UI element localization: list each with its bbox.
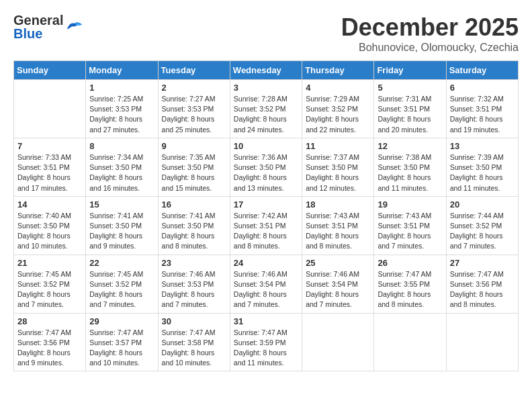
day-info: Sunrise: 7:40 AM Sunset: 3:50 PM Dayligh… <box>17 211 82 252</box>
day-info: Sunrise: 7:33 AM Sunset: 3:51 PM Dayligh… <box>17 152 82 193</box>
calendar-cell: 17Sunrise: 7:42 AM Sunset: 3:51 PM Dayli… <box>230 196 302 255</box>
day-info: Sunrise: 7:25 AM Sunset: 3:53 PM Dayligh… <box>89 94 154 135</box>
calendar-week-row: 14Sunrise: 7:40 AM Sunset: 3:50 PM Dayli… <box>14 196 519 255</box>
calendar-week-row: 28Sunrise: 7:47 AM Sunset: 3:56 PM Dayli… <box>14 313 519 371</box>
day-info: Sunrise: 7:47 AM Sunset: 3:55 PM Dayligh… <box>378 269 442 310</box>
calendar-cell: 27Sunrise: 7:47 AM Sunset: 3:56 PM Dayli… <box>446 255 518 313</box>
day-number: 26 <box>378 258 442 268</box>
day-number: 19 <box>378 199 442 210</box>
calendar-cell: 16Sunrise: 7:41 AM Sunset: 3:50 PM Dayli… <box>158 196 230 255</box>
calendar-cell: 18Sunrise: 7:43 AM Sunset: 3:51 PM Dayli… <box>302 196 374 255</box>
day-info: Sunrise: 7:38 AM Sunset: 3:50 PM Dayligh… <box>378 152 442 193</box>
calendar-cell: 9Sunrise: 7:35 AM Sunset: 3:50 PM Daylig… <box>158 138 230 196</box>
day-info: Sunrise: 7:44 AM Sunset: 3:52 PM Dayligh… <box>450 211 515 252</box>
calendar-cell: 20Sunrise: 7:44 AM Sunset: 3:52 PM Dayli… <box>446 196 518 255</box>
day-number: 24 <box>234 258 298 268</box>
day-number: 3 <box>234 83 298 93</box>
day-number: 29 <box>89 316 154 326</box>
day-info: Sunrise: 7:46 AM Sunset: 3:53 PM Dayligh… <box>162 269 226 310</box>
day-number: 20 <box>450 199 515 210</box>
day-number: 31 <box>234 316 298 326</box>
day-info: Sunrise: 7:45 AM Sunset: 3:52 PM Dayligh… <box>89 269 154 310</box>
logo-bird-icon <box>64 19 85 35</box>
calendar-cell: 28Sunrise: 7:47 AM Sunset: 3:56 PM Dayli… <box>14 313 86 371</box>
column-header-thursday: Thursday <box>302 61 374 80</box>
day-number: 11 <box>306 141 370 151</box>
day-number: 5 <box>378 83 442 93</box>
calendar-cell <box>446 313 518 371</box>
day-info: Sunrise: 7:46 AM Sunset: 3:54 PM Dayligh… <box>306 269 370 310</box>
calendar-cell: 30Sunrise: 7:47 AM Sunset: 3:58 PM Dayli… <box>158 313 230 371</box>
day-number: 15 <box>89 199 154 210</box>
calendar-cell: 31Sunrise: 7:47 AM Sunset: 3:59 PM Dayli… <box>230 313 302 371</box>
calendar-cell: 25Sunrise: 7:46 AM Sunset: 3:54 PM Dayli… <box>302 255 374 313</box>
calendar-week-row: 21Sunrise: 7:45 AM Sunset: 3:52 PM Dayli… <box>14 255 519 313</box>
calendar-cell: 3Sunrise: 7:28 AM Sunset: 3:52 PM Daylig… <box>230 80 302 138</box>
calendar-cell: 2Sunrise: 7:27 AM Sunset: 3:53 PM Daylig… <box>158 80 230 138</box>
day-number: 10 <box>234 141 298 151</box>
day-number: 16 <box>162 199 226 210</box>
calendar-cell <box>302 313 374 371</box>
calendar-cell: 29Sunrise: 7:47 AM Sunset: 3:57 PM Dayli… <box>86 313 158 371</box>
calendar-cell <box>14 80 86 138</box>
calendar-cell: 8Sunrise: 7:34 AM Sunset: 3:50 PM Daylig… <box>86 138 158 196</box>
day-number: 12 <box>378 141 442 151</box>
calendar-cell: 19Sunrise: 7:43 AM Sunset: 3:51 PM Dayli… <box>374 196 446 255</box>
column-header-tuesday: Tuesday <box>158 61 230 80</box>
calendar-cell: 26Sunrise: 7:47 AM Sunset: 3:55 PM Dayli… <box>374 255 446 313</box>
day-number: 22 <box>89 258 154 268</box>
day-number: 18 <box>306 199 370 210</box>
day-info: Sunrise: 7:47 AM Sunset: 3:56 PM Dayligh… <box>450 269 515 310</box>
day-info: Sunrise: 7:43 AM Sunset: 3:51 PM Dayligh… <box>306 211 370 252</box>
calendar-cell: 4Sunrise: 7:29 AM Sunset: 3:52 PM Daylig… <box>302 80 374 138</box>
column-header-monday: Monday <box>86 61 158 80</box>
day-info: Sunrise: 7:31 AM Sunset: 3:51 PM Dayligh… <box>378 94 442 135</box>
calendar-week-row: 7Sunrise: 7:33 AM Sunset: 3:51 PM Daylig… <box>14 138 519 196</box>
day-info: Sunrise: 7:45 AM Sunset: 3:52 PM Dayligh… <box>17 269 82 310</box>
day-number: 6 <box>450 83 515 93</box>
day-info: Sunrise: 7:39 AM Sunset: 3:50 PM Dayligh… <box>450 152 515 193</box>
day-number: 7 <box>17 141 82 151</box>
day-info: Sunrise: 7:29 AM Sunset: 3:52 PM Dayligh… <box>306 94 370 135</box>
column-header-sunday: Sunday <box>14 61 86 80</box>
day-number: 9 <box>162 141 226 151</box>
month-title: December 2025 <box>341 13 519 42</box>
day-info: Sunrise: 7:42 AM Sunset: 3:51 PM Dayligh… <box>234 211 298 252</box>
page-header: General Blue December 2025 Bohunovice, O… <box>13 13 519 54</box>
calendar-cell: 6Sunrise: 7:32 AM Sunset: 3:51 PM Daylig… <box>446 80 518 138</box>
logo-blue-text: Blue <box>13 27 63 40</box>
day-info: Sunrise: 7:41 AM Sunset: 3:50 PM Dayligh… <box>89 211 154 252</box>
day-number: 21 <box>17 258 82 268</box>
calendar-table: SundayMondayTuesdayWednesdayThursdayFrid… <box>13 60 519 371</box>
calendar-cell: 22Sunrise: 7:45 AM Sunset: 3:52 PM Dayli… <box>86 255 158 313</box>
calendar-week-row: 1Sunrise: 7:25 AM Sunset: 3:53 PM Daylig… <box>14 80 519 138</box>
day-number: 17 <box>234 199 298 210</box>
day-number: 2 <box>162 83 226 93</box>
day-info: Sunrise: 7:37 AM Sunset: 3:50 PM Dayligh… <box>306 152 370 193</box>
day-info: Sunrise: 7:28 AM Sunset: 3:52 PM Dayligh… <box>234 94 298 135</box>
logo-general-text: General <box>13 13 63 27</box>
logo-name: General Blue <box>13 13 63 40</box>
day-info: Sunrise: 7:36 AM Sunset: 3:50 PM Dayligh… <box>234 152 298 193</box>
day-info: Sunrise: 7:47 AM Sunset: 3:59 PM Dayligh… <box>234 328 298 369</box>
calendar-cell <box>374 313 446 371</box>
calendar-cell: 13Sunrise: 7:39 AM Sunset: 3:50 PM Dayli… <box>446 138 518 196</box>
day-number: 1 <box>89 83 154 93</box>
day-info: Sunrise: 7:41 AM Sunset: 3:50 PM Dayligh… <box>162 211 226 252</box>
calendar-header-row: SundayMondayTuesdayWednesdayThursdayFrid… <box>14 61 519 80</box>
column-header-saturday: Saturday <box>446 61 518 80</box>
day-number: 8 <box>89 141 154 151</box>
day-info: Sunrise: 7:46 AM Sunset: 3:54 PM Dayligh… <box>234 269 298 310</box>
day-number: 14 <box>17 199 82 210</box>
calendar-cell: 5Sunrise: 7:31 AM Sunset: 3:51 PM Daylig… <box>374 80 446 138</box>
day-number: 4 <box>306 83 370 93</box>
day-number: 27 <box>450 258 515 268</box>
day-info: Sunrise: 7:47 AM Sunset: 3:58 PM Dayligh… <box>162 328 226 369</box>
day-number: 30 <box>162 316 226 326</box>
day-number: 28 <box>17 316 82 326</box>
day-info: Sunrise: 7:27 AM Sunset: 3:53 PM Dayligh… <box>162 94 226 135</box>
day-number: 23 <box>162 258 226 268</box>
day-info: Sunrise: 7:32 AM Sunset: 3:51 PM Dayligh… <box>450 94 515 135</box>
calendar-cell: 7Sunrise: 7:33 AM Sunset: 3:51 PM Daylig… <box>14 138 86 196</box>
title-area: December 2025 Bohunovice, Olomoucky, Cze… <box>341 13 519 54</box>
